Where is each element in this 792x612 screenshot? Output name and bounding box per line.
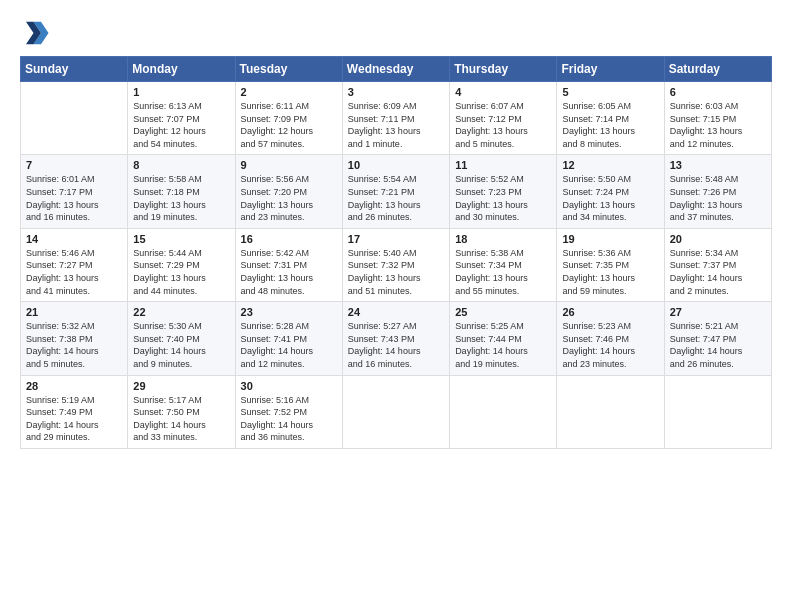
day-info: Sunrise: 6:03 AM Sunset: 7:15 PM Dayligh… xyxy=(670,100,766,150)
day-number: 2 xyxy=(241,86,337,98)
header xyxy=(20,18,772,48)
calendar-cell: 29Sunrise: 5:17 AM Sunset: 7:50 PM Dayli… xyxy=(128,375,235,448)
day-info: Sunrise: 6:09 AM Sunset: 7:11 PM Dayligh… xyxy=(348,100,444,150)
day-number: 5 xyxy=(562,86,658,98)
calendar-cell: 8Sunrise: 5:58 AM Sunset: 7:18 PM Daylig… xyxy=(128,155,235,228)
day-number: 13 xyxy=(670,159,766,171)
calendar-header-monday: Monday xyxy=(128,57,235,82)
calendar-cell: 15Sunrise: 5:44 AM Sunset: 7:29 PM Dayli… xyxy=(128,228,235,301)
day-number: 18 xyxy=(455,233,551,245)
calendar-cell: 10Sunrise: 5:54 AM Sunset: 7:21 PM Dayli… xyxy=(342,155,449,228)
day-number: 25 xyxy=(455,306,551,318)
day-number: 8 xyxy=(133,159,229,171)
day-number: 7 xyxy=(26,159,122,171)
day-info: Sunrise: 6:07 AM Sunset: 7:12 PM Dayligh… xyxy=(455,100,551,150)
day-info: Sunrise: 5:17 AM Sunset: 7:50 PM Dayligh… xyxy=(133,394,229,444)
logo-icon xyxy=(20,18,50,48)
calendar-cell: 9Sunrise: 5:56 AM Sunset: 7:20 PM Daylig… xyxy=(235,155,342,228)
calendar-cell: 28Sunrise: 5:19 AM Sunset: 7:49 PM Dayli… xyxy=(21,375,128,448)
calendar-cell: 7Sunrise: 6:01 AM Sunset: 7:17 PM Daylig… xyxy=(21,155,128,228)
day-info: Sunrise: 5:54 AM Sunset: 7:21 PM Dayligh… xyxy=(348,173,444,223)
day-number: 3 xyxy=(348,86,444,98)
day-info: Sunrise: 5:48 AM Sunset: 7:26 PM Dayligh… xyxy=(670,173,766,223)
day-info: Sunrise: 5:40 AM Sunset: 7:32 PM Dayligh… xyxy=(348,247,444,297)
day-number: 14 xyxy=(26,233,122,245)
calendar-header-row: SundayMondayTuesdayWednesdayThursdayFrid… xyxy=(21,57,772,82)
logo xyxy=(20,18,54,48)
day-info: Sunrise: 5:28 AM Sunset: 7:41 PM Dayligh… xyxy=(241,320,337,370)
day-info: Sunrise: 5:34 AM Sunset: 7:37 PM Dayligh… xyxy=(670,247,766,297)
calendar-cell xyxy=(664,375,771,448)
day-info: Sunrise: 5:32 AM Sunset: 7:38 PM Dayligh… xyxy=(26,320,122,370)
day-number: 1 xyxy=(133,86,229,98)
day-info: Sunrise: 5:38 AM Sunset: 7:34 PM Dayligh… xyxy=(455,247,551,297)
day-number: 23 xyxy=(241,306,337,318)
day-number: 16 xyxy=(241,233,337,245)
day-info: Sunrise: 5:52 AM Sunset: 7:23 PM Dayligh… xyxy=(455,173,551,223)
day-info: Sunrise: 5:27 AM Sunset: 7:43 PM Dayligh… xyxy=(348,320,444,370)
calendar-cell: 22Sunrise: 5:30 AM Sunset: 7:40 PM Dayli… xyxy=(128,302,235,375)
calendar-header-sunday: Sunday xyxy=(21,57,128,82)
day-number: 29 xyxy=(133,380,229,392)
day-number: 27 xyxy=(670,306,766,318)
day-number: 15 xyxy=(133,233,229,245)
day-info: Sunrise: 5:56 AM Sunset: 7:20 PM Dayligh… xyxy=(241,173,337,223)
day-info: Sunrise: 5:44 AM Sunset: 7:29 PM Dayligh… xyxy=(133,247,229,297)
calendar-cell: 12Sunrise: 5:50 AM Sunset: 7:24 PM Dayli… xyxy=(557,155,664,228)
calendar-cell: 13Sunrise: 5:48 AM Sunset: 7:26 PM Dayli… xyxy=(664,155,771,228)
day-info: Sunrise: 5:46 AM Sunset: 7:27 PM Dayligh… xyxy=(26,247,122,297)
calendar-cell: 4Sunrise: 6:07 AM Sunset: 7:12 PM Daylig… xyxy=(450,82,557,155)
calendar-cell: 20Sunrise: 5:34 AM Sunset: 7:37 PM Dayli… xyxy=(664,228,771,301)
day-info: Sunrise: 5:19 AM Sunset: 7:49 PM Dayligh… xyxy=(26,394,122,444)
page: SundayMondayTuesdayWednesdayThursdayFrid… xyxy=(0,0,792,612)
day-info: Sunrise: 5:21 AM Sunset: 7:47 PM Dayligh… xyxy=(670,320,766,370)
calendar-cell: 11Sunrise: 5:52 AM Sunset: 7:23 PM Dayli… xyxy=(450,155,557,228)
day-info: Sunrise: 5:23 AM Sunset: 7:46 PM Dayligh… xyxy=(562,320,658,370)
calendar-cell: 6Sunrise: 6:03 AM Sunset: 7:15 PM Daylig… xyxy=(664,82,771,155)
calendar-week-4: 21Sunrise: 5:32 AM Sunset: 7:38 PM Dayli… xyxy=(21,302,772,375)
day-number: 21 xyxy=(26,306,122,318)
day-number: 12 xyxy=(562,159,658,171)
day-number: 19 xyxy=(562,233,658,245)
calendar-cell: 21Sunrise: 5:32 AM Sunset: 7:38 PM Dayli… xyxy=(21,302,128,375)
day-number: 17 xyxy=(348,233,444,245)
calendar-header-saturday: Saturday xyxy=(664,57,771,82)
day-info: Sunrise: 5:36 AM Sunset: 7:35 PM Dayligh… xyxy=(562,247,658,297)
calendar-cell: 23Sunrise: 5:28 AM Sunset: 7:41 PM Dayli… xyxy=(235,302,342,375)
day-number: 26 xyxy=(562,306,658,318)
day-info: Sunrise: 6:11 AM Sunset: 7:09 PM Dayligh… xyxy=(241,100,337,150)
calendar-cell xyxy=(342,375,449,448)
day-number: 28 xyxy=(26,380,122,392)
calendar-cell: 2Sunrise: 6:11 AM Sunset: 7:09 PM Daylig… xyxy=(235,82,342,155)
calendar-cell: 17Sunrise: 5:40 AM Sunset: 7:32 PM Dayli… xyxy=(342,228,449,301)
calendar-cell: 18Sunrise: 5:38 AM Sunset: 7:34 PM Dayli… xyxy=(450,228,557,301)
day-info: Sunrise: 6:05 AM Sunset: 7:14 PM Dayligh… xyxy=(562,100,658,150)
calendar-header-tuesday: Tuesday xyxy=(235,57,342,82)
day-number: 6 xyxy=(670,86,766,98)
day-number: 9 xyxy=(241,159,337,171)
day-number: 24 xyxy=(348,306,444,318)
calendar-header-friday: Friday xyxy=(557,57,664,82)
day-number: 30 xyxy=(241,380,337,392)
day-number: 11 xyxy=(455,159,551,171)
calendar-cell: 16Sunrise: 5:42 AM Sunset: 7:31 PM Dayli… xyxy=(235,228,342,301)
calendar-cell: 30Sunrise: 5:16 AM Sunset: 7:52 PM Dayli… xyxy=(235,375,342,448)
calendar-cell xyxy=(557,375,664,448)
calendar-header-thursday: Thursday xyxy=(450,57,557,82)
calendar-week-3: 14Sunrise: 5:46 AM Sunset: 7:27 PM Dayli… xyxy=(21,228,772,301)
calendar-cell: 25Sunrise: 5:25 AM Sunset: 7:44 PM Dayli… xyxy=(450,302,557,375)
day-number: 4 xyxy=(455,86,551,98)
calendar-header-wednesday: Wednesday xyxy=(342,57,449,82)
calendar-cell xyxy=(21,82,128,155)
day-info: Sunrise: 5:30 AM Sunset: 7:40 PM Dayligh… xyxy=(133,320,229,370)
day-info: Sunrise: 6:13 AM Sunset: 7:07 PM Dayligh… xyxy=(133,100,229,150)
day-info: Sunrise: 5:42 AM Sunset: 7:31 PM Dayligh… xyxy=(241,247,337,297)
calendar-table: SundayMondayTuesdayWednesdayThursdayFrid… xyxy=(20,56,772,449)
calendar-cell: 3Sunrise: 6:09 AM Sunset: 7:11 PM Daylig… xyxy=(342,82,449,155)
calendar-cell: 24Sunrise: 5:27 AM Sunset: 7:43 PM Dayli… xyxy=(342,302,449,375)
calendar-cell: 26Sunrise: 5:23 AM Sunset: 7:46 PM Dayli… xyxy=(557,302,664,375)
calendar-week-5: 28Sunrise: 5:19 AM Sunset: 7:49 PM Dayli… xyxy=(21,375,772,448)
day-number: 22 xyxy=(133,306,229,318)
day-info: Sunrise: 5:25 AM Sunset: 7:44 PM Dayligh… xyxy=(455,320,551,370)
day-info: Sunrise: 6:01 AM Sunset: 7:17 PM Dayligh… xyxy=(26,173,122,223)
